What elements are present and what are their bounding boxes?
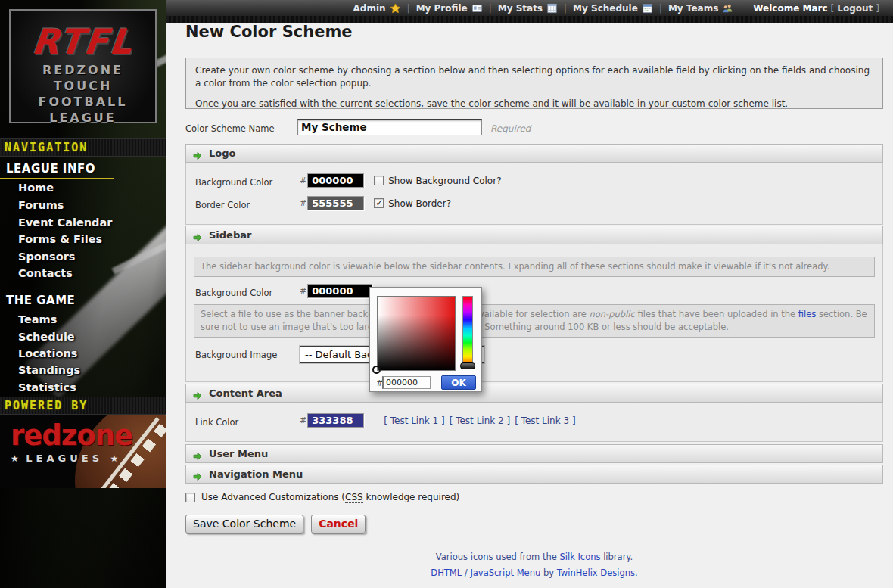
footer-text: library.	[601, 552, 633, 562]
sidebar-item-schedule[interactable]: Schedule	[18, 331, 75, 343]
sidebar-item-statistics[interactable]: Statistics	[18, 381, 76, 394]
required-hint: Required	[490, 123, 531, 134]
league-logo-line: TOUCH	[11, 78, 155, 94]
test-link-2[interactable]: [ Test Link 2 ]	[450, 415, 510, 426]
title-divider	[185, 48, 883, 48]
menu-my-profile[interactable]: My Profile	[416, 3, 483, 14]
section-panel-sidebar: The sidebar background color is viewable…	[185, 244, 883, 382]
league-logo: RTFL REDZONE TOUCH FOOTBALL LEAGUE	[9, 9, 157, 123]
sidebar-item-event-calendar[interactable]: Event Calendar	[18, 216, 112, 229]
silk-icons-link[interactable]: Silk Icons	[559, 552, 600, 562]
league-logo-line: LEAGUE	[11, 110, 155, 126]
powered-by-banner: POWERED BY	[0, 397, 166, 415]
menu-separator: |	[489, 3, 492, 14]
logout-link[interactable]: Logout	[837, 3, 873, 14]
twinhelix-designs-link[interactable]: TwinHelix Designs	[557, 568, 635, 578]
redzone-leagues-logo: redzone ★ LEAGUES ★	[0, 415, 166, 488]
menu-my-stats-label: My Stats	[498, 3, 543, 14]
menu-my-teams[interactable]: My Teams	[668, 3, 733, 14]
hue-slider[interactable]	[462, 296, 473, 367]
saturation-value-square[interactable]	[377, 296, 456, 371]
section-title: Content Area	[209, 387, 282, 399]
label-text: Use Advanced Customizations (	[201, 492, 345, 502]
field-label: Background Color	[195, 288, 272, 298]
footer-text: Various icons used from the	[436, 552, 560, 562]
ok-button[interactable]: OK	[441, 375, 476, 390]
expand-arrow-icon	[193, 389, 202, 398]
section-header-navigation-menu[interactable]: Navigation Menu	[185, 465, 883, 484]
section-header-logo[interactable]: Logo	[185, 144, 883, 163]
checkbox-label: Show Background Color?	[388, 176, 501, 186]
files-link[interactable]: files	[798, 309, 817, 319]
section-header-user-menu[interactable]: User Menu	[185, 444, 883, 463]
link-color-swatch[interactable]: 333388	[307, 413, 364, 428]
test-link-1[interactable]: [ Test Link 1 ]	[384, 415, 444, 426]
leagues-wordmark: ★ LEAGUES ★	[11, 453, 118, 464]
cancel-button[interactable]: Cancel	[311, 515, 366, 534]
league-logo-abbr: RTFL	[8, 21, 157, 62]
section-title: User Menu	[209, 448, 268, 459]
menu-separator: |	[659, 3, 662, 14]
test-link-3[interactable]: [ Test Link 3 ]	[515, 415, 575, 426]
logout-bracket: ]	[876, 3, 879, 14]
expand-arrow-icon	[193, 450, 202, 459]
field-label: Border Color	[195, 200, 250, 210]
logout-bracket: [	[831, 3, 835, 14]
menu-my-profile-label: My Profile	[416, 3, 468, 14]
expand-arrow-icon	[193, 149, 202, 158]
star-glyph: ★	[11, 453, 19, 464]
banner-image-note: Select a file to use as the banner backg…	[194, 304, 875, 338]
javascript-menu-link[interactable]: JavaScript Menu	[470, 568, 540, 578]
footer-credits-menu: DHTML / JavaScript Menu by TwinHelix Des…	[185, 568, 883, 578]
menu-admin-label: Admin	[353, 3, 386, 14]
main-area: Admin | My Profile | My Stats | My Sched…	[166, 0, 893, 588]
advanced-customizations-label: Use Advanced Customizations (CSS knowled…	[201, 492, 459, 502]
nav-section-league-info: LEAGUE INFO	[0, 162, 114, 179]
sidebar-note: The sidebar background color is viewable…	[194, 257, 875, 277]
section-panel-logo: Background Color # 000000 Show Backgroun…	[185, 163, 883, 225]
show-background-color-checkbox[interactable]	[374, 176, 384, 185]
menu-my-schedule[interactable]: My Schedule	[573, 3, 653, 14]
section-header-sidebar[interactable]: Sidebar	[185, 226, 883, 244]
nav-section-the-game: THE GAME	[0, 294, 114, 310]
css-abbr: CSS	[345, 492, 363, 503]
color-selector-circle[interactable]	[372, 366, 381, 374]
test-links: [ Test Link 1 ] [ Test Link 2 ] [ Test L…	[384, 415, 575, 426]
section-title: Logo	[209, 148, 235, 159]
sidebar-background-color-swatch[interactable]: 000000	[307, 284, 372, 298]
hash-prefix: #	[300, 415, 306, 425]
field-label: Link Color	[195, 417, 238, 428]
save-color-scheme-button[interactable]: Save Color Scheme	[185, 515, 303, 534]
sidebar-item-sponsors[interactable]: Sponsors	[18, 250, 75, 263]
hex-value-input[interactable]	[382, 376, 431, 389]
sidebar-item-teams[interactable]: Teams	[18, 313, 57, 325]
sidebar-item-forms-files[interactable]: Forms & Files	[18, 233, 102, 245]
menu-admin[interactable]: Admin	[353, 3, 401, 14]
dhtml-link[interactable]: DHTML	[431, 568, 462, 578]
calendar-icon	[642, 3, 653, 14]
non-public-emphasis: non-public	[589, 309, 634, 319]
star-icon	[390, 3, 401, 14]
scheme-name-label: Color Scheme Name	[185, 123, 275, 134]
sidebar-item-standings[interactable]: Standings	[18, 364, 80, 376]
advanced-customizations-checkbox[interactable]	[185, 493, 195, 502]
expand-arrow-icon	[193, 470, 202, 479]
section-header-content-area[interactable]: Content Area	[185, 384, 883, 403]
field-label: Background Color	[195, 177, 272, 188]
logo-background-color-swatch[interactable]: 000000	[307, 173, 364, 188]
redzone-wordmark: redzone	[11, 419, 132, 452]
menu-my-stats[interactable]: My Stats	[498, 3, 558, 14]
sidebar-item-forums[interactable]: Forums	[18, 199, 64, 211]
sidebar-item-locations[interactable]: Locations	[18, 347, 77, 359]
sidebar-item-contacts[interactable]: Contacts	[18, 267, 73, 279]
label-text: knowledge required)	[363, 492, 460, 502]
note-text: files that have been uploaded in the	[635, 309, 798, 319]
hue-slider-handle[interactable]	[460, 362, 475, 369]
section-title: Navigation Menu	[209, 468, 303, 480]
show-border-checkbox[interactable]	[374, 198, 384, 208]
scheme-name-input[interactable]	[297, 119, 482, 135]
footer-credits-icons: Various icons used from the Silk Icons l…	[185, 552, 883, 562]
logo-border-color-swatch[interactable]: 555555	[307, 196, 364, 210]
page-title: New Color Scheme	[185, 23, 353, 41]
sidebar-item-home[interactable]: Home	[18, 182, 54, 194]
